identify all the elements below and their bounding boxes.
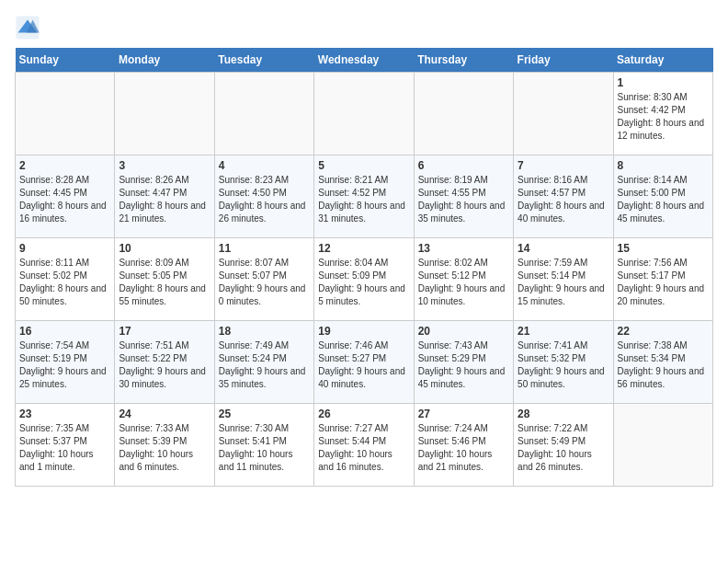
day-info: Sunrise: 7:59 AM Sunset: 5:14 PM Dayligh… <box>518 257 609 308</box>
calendar-cell: 21Sunrise: 7:41 AM Sunset: 5:32 PM Dayli… <box>514 321 613 404</box>
day-number: 27 <box>418 408 509 420</box>
calendar-week-row: 2Sunrise: 8:28 AM Sunset: 4:45 PM Daylig… <box>16 155 713 238</box>
day-number: 2 <box>19 159 110 172</box>
day-info: Sunrise: 7:38 AM Sunset: 5:34 PM Dayligh… <box>618 339 709 391</box>
day-number: 24 <box>119 408 210 420</box>
calendar-week-row: 16Sunrise: 7:54 AM Sunset: 5:19 PM Dayli… <box>16 321 713 404</box>
day-info: Sunrise: 8:19 AM Sunset: 4:55 PM Dayligh… <box>418 174 509 225</box>
calendar-cell: 19Sunrise: 7:46 AM Sunset: 5:27 PM Dayli… <box>314 321 414 404</box>
day-info: Sunrise: 8:28 AM Sunset: 4:45 PM Dayligh… <box>19 174 110 225</box>
calendar-cell <box>314 73 414 155</box>
calendar-cell: 17Sunrise: 7:51 AM Sunset: 5:22 PM Dayli… <box>115 321 214 404</box>
day-number: 23 <box>19 408 110 420</box>
day-info: Sunrise: 7:56 AM Sunset: 5:17 PM Dayligh… <box>618 257 709 308</box>
day-number: 13 <box>418 242 509 255</box>
day-number: 18 <box>219 325 310 338</box>
day-info: Sunrise: 8:04 AM Sunset: 5:09 PM Dayligh… <box>318 257 409 308</box>
logo <box>15 15 44 40</box>
calendar-cell: 14Sunrise: 7:59 AM Sunset: 5:14 PM Dayli… <box>514 238 613 321</box>
day-info: Sunrise: 8:09 AM Sunset: 5:05 PM Dayligh… <box>119 257 210 308</box>
day-info: Sunrise: 7:46 AM Sunset: 5:27 PM Dayligh… <box>318 339 409 391</box>
day-number: 1 <box>618 76 709 89</box>
day-info: Sunrise: 8:16 AM Sunset: 4:57 PM Dayligh… <box>518 174 609 225</box>
day-number: 7 <box>518 159 609 172</box>
day-number: 11 <box>219 242 310 255</box>
calendar-cell: 15Sunrise: 7:56 AM Sunset: 5:17 PM Dayli… <box>613 238 712 321</box>
day-info: Sunrise: 7:22 AM Sunset: 5:49 PM Dayligh… <box>518 422 609 474</box>
day-number: 17 <box>119 325 210 338</box>
day-number: 28 <box>518 408 609 420</box>
page-header <box>15 15 713 40</box>
calendar-cell <box>115 73 214 155</box>
day-info: Sunrise: 7:33 AM Sunset: 5:39 PM Dayligh… <box>119 422 210 474</box>
weekday-header: Sunday <box>16 48 115 73</box>
calendar-cell: 1Sunrise: 8:30 AM Sunset: 4:42 PM Daylig… <box>613 73 712 155</box>
calendar-cell: 22Sunrise: 7:38 AM Sunset: 5:34 PM Dayli… <box>613 321 712 404</box>
calendar-cell: 18Sunrise: 7:49 AM Sunset: 5:24 PM Dayli… <box>214 321 313 404</box>
weekday-header: Thursday <box>414 48 513 73</box>
calendar-cell: 12Sunrise: 8:04 AM Sunset: 5:09 PM Dayli… <box>314 238 414 321</box>
day-number: 14 <box>518 242 609 255</box>
weekday-header: Wednesday <box>314 48 414 73</box>
day-number: 12 <box>318 242 409 255</box>
day-number: 21 <box>518 325 609 338</box>
calendar-cell: 25Sunrise: 7:30 AM Sunset: 5:41 PM Dayli… <box>214 404 313 487</box>
day-number: 26 <box>318 408 409 420</box>
calendar-cell: 24Sunrise: 7:33 AM Sunset: 5:39 PM Dayli… <box>115 404 214 487</box>
calendar-cell: 9Sunrise: 8:11 AM Sunset: 5:02 PM Daylig… <box>16 238 115 321</box>
calendar-table: SundayMondayTuesdayWednesdayThursdayFrid… <box>15 48 713 487</box>
calendar-cell <box>214 73 313 155</box>
calendar-cell: 4Sunrise: 8:23 AM Sunset: 4:50 PM Daylig… <box>214 155 313 238</box>
day-info: Sunrise: 8:11 AM Sunset: 5:02 PM Dayligh… <box>19 257 110 308</box>
day-info: Sunrise: 8:26 AM Sunset: 4:47 PM Dayligh… <box>119 174 210 225</box>
calendar-week-row: 23Sunrise: 7:35 AM Sunset: 5:37 PM Dayli… <box>16 404 713 487</box>
day-number: 8 <box>618 159 709 172</box>
calendar-cell: 20Sunrise: 7:43 AM Sunset: 5:29 PM Dayli… <box>414 321 513 404</box>
day-number: 10 <box>119 242 210 255</box>
day-number: 15 <box>618 242 709 255</box>
calendar-cell <box>16 73 115 155</box>
calendar-cell: 11Sunrise: 8:07 AM Sunset: 5:07 PM Dayli… <box>214 238 313 321</box>
calendar-cell: 23Sunrise: 7:35 AM Sunset: 5:37 PM Dayli… <box>16 404 115 487</box>
weekday-header: Tuesday <box>214 48 313 73</box>
day-info: Sunrise: 7:24 AM Sunset: 5:46 PM Dayligh… <box>418 422 509 474</box>
calendar-cell <box>414 73 513 155</box>
calendar-cell: 16Sunrise: 7:54 AM Sunset: 5:19 PM Dayli… <box>16 321 115 404</box>
day-number: 19 <box>318 325 409 338</box>
day-info: Sunrise: 8:21 AM Sunset: 4:52 PM Dayligh… <box>318 174 409 225</box>
day-info: Sunrise: 7:27 AM Sunset: 5:44 PM Dayligh… <box>318 422 409 474</box>
calendar-week-row: 1Sunrise: 8:30 AM Sunset: 4:42 PM Daylig… <box>16 73 713 155</box>
day-info: Sunrise: 7:35 AM Sunset: 5:37 PM Dayligh… <box>19 422 110 474</box>
calendar-cell: 26Sunrise: 7:27 AM Sunset: 5:44 PM Dayli… <box>314 404 414 487</box>
calendar-cell: 28Sunrise: 7:22 AM Sunset: 5:49 PM Dayli… <box>514 404 613 487</box>
day-number: 20 <box>418 325 509 338</box>
day-info: Sunrise: 8:30 AM Sunset: 4:42 PM Dayligh… <box>618 91 709 143</box>
day-info: Sunrise: 7:43 AM Sunset: 5:29 PM Dayligh… <box>418 339 509 391</box>
calendar-cell: 6Sunrise: 8:19 AM Sunset: 4:55 PM Daylig… <box>414 155 513 238</box>
weekday-header: Saturday <box>613 48 712 73</box>
calendar-cell: 2Sunrise: 8:28 AM Sunset: 4:45 PM Daylig… <box>16 155 115 238</box>
calendar-cell: 5Sunrise: 8:21 AM Sunset: 4:52 PM Daylig… <box>314 155 414 238</box>
day-number: 22 <box>618 325 709 338</box>
day-info: Sunrise: 7:51 AM Sunset: 5:22 PM Dayligh… <box>119 339 210 391</box>
calendar-cell: 8Sunrise: 8:14 AM Sunset: 5:00 PM Daylig… <box>613 155 712 238</box>
calendar-cell: 13Sunrise: 8:02 AM Sunset: 5:12 PM Dayli… <box>414 238 513 321</box>
day-number: 6 <box>418 159 509 172</box>
day-info: Sunrise: 8:07 AM Sunset: 5:07 PM Dayligh… <box>219 257 310 308</box>
day-number: 4 <box>219 159 310 172</box>
day-number: 16 <box>19 325 110 338</box>
day-info: Sunrise: 8:02 AM Sunset: 5:12 PM Dayligh… <box>418 257 509 308</box>
day-number: 9 <box>19 242 110 255</box>
day-number: 25 <box>219 408 310 420</box>
calendar-cell: 3Sunrise: 8:26 AM Sunset: 4:47 PM Daylig… <box>115 155 214 238</box>
day-info: Sunrise: 8:14 AM Sunset: 5:00 PM Dayligh… <box>618 174 709 225</box>
calendar-cell: 7Sunrise: 8:16 AM Sunset: 4:57 PM Daylig… <box>514 155 613 238</box>
calendar-week-row: 9Sunrise: 8:11 AM Sunset: 5:02 PM Daylig… <box>16 238 713 321</box>
day-number: 5 <box>318 159 409 172</box>
day-number: 3 <box>119 159 210 172</box>
day-info: Sunrise: 7:54 AM Sunset: 5:19 PM Dayligh… <box>19 339 110 391</box>
calendar-cell <box>514 73 613 155</box>
weekday-header-row: SundayMondayTuesdayWednesdayThursdayFrid… <box>16 48 713 73</box>
day-info: Sunrise: 8:23 AM Sunset: 4:50 PM Dayligh… <box>219 174 310 225</box>
calendar-cell: 10Sunrise: 8:09 AM Sunset: 5:05 PM Dayli… <box>115 238 214 321</box>
